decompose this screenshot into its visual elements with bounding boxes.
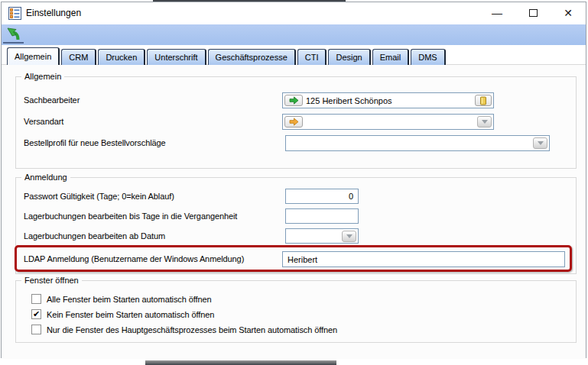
green-jump-back-arrow-icon <box>6 27 21 41</box>
alle-fenster-checkbox[interactable] <box>31 294 41 304</box>
dropdown-icon <box>482 120 488 124</box>
window-title: Einstellungen <box>26 8 81 18</box>
alle-fenster-label: Alle Fenster beim Starten automatisch öf… <box>47 295 212 304</box>
minimize-icon: — <box>492 7 502 19</box>
background-window-sliver-bottom <box>145 360 336 365</box>
lagerbuchungen-tage-label: Lagerbuchungen bearbeiten bis Tage in di… <box>24 212 237 221</box>
ldap-anmeldung-field[interactable]: Heribert <box>282 251 565 267</box>
sachbearbeiter-value[interactable]: 125 Heribert Schönpos <box>303 96 475 105</box>
tab-drucken[interactable]: Drucken <box>98 49 145 65</box>
maximize-button[interactable] <box>519 4 547 22</box>
tab-unterschrift[interactable]: Unterschrift <box>147 49 206 65</box>
tab-cti[interactable]: CTI <box>297 49 327 65</box>
datum-dropdown-button[interactable] <box>342 231 356 242</box>
tab-dms[interactable]: DMS <box>411 49 445 65</box>
bestellprofil-label: Bestellprofil für neue Bestellvorschläge <box>24 138 166 147</box>
sachbearbeiter-field[interactable]: 125 Heribert Schönpos <box>282 92 494 108</box>
checkbox-row-alle-fenster: Alle Fenster beim Starten automatisch öf… <box>31 294 212 304</box>
group-anmeldung-title: Anmeldung <box>21 173 70 182</box>
versandart-label: Versandart <box>24 117 63 126</box>
lagerbuchungen-datum-field[interactable] <box>285 228 359 244</box>
lagerbuchungen-datum-label: Lagerbuchungen bearbeiten ab Datum <box>24 231 165 241</box>
kein-fenster-checkbox[interactable]: ✔ <box>31 309 41 319</box>
passwort-gueltigkeit-value[interactable]: 0 <box>288 192 356 201</box>
jump-back-button[interactable] <box>3 26 24 44</box>
settings-dialog: Einstellungen — ✕ Allgemein CRM Drucken … <box>1 2 586 358</box>
tab-strip: Allgemein CRM Drucken Unterschrift Gesch… <box>2 47 586 65</box>
nur-hauptprozess-label: Nur die Fenster des Hauptgeschäftsprozes… <box>47 325 337 334</box>
passwort-gueltigkeit-label: Passwort Gültigkeit (Tage; 0=kein Ablauf… <box>24 192 174 201</box>
tab-crm[interactable]: CRM <box>61 49 96 65</box>
group-fenster-title: Fenster öffnen <box>21 276 82 285</box>
nur-hauptprozess-checkbox[interactable] <box>31 325 41 334</box>
sachbearbeiter-lookup-button[interactable] <box>284 95 303 106</box>
tab-design[interactable]: Design <box>328 49 370 65</box>
ldap-anmeldung-label: LDAP Anmeldung (Benutzername der Windows… <box>24 254 244 263</box>
bestellprofil-dropdown-button[interactable] <box>533 137 547 149</box>
folder-icon <box>479 96 488 105</box>
ldap-anmeldung-value[interactable]: Heribert <box>284 255 563 264</box>
sachbearbeiter-open-button[interactable] <box>475 95 492 106</box>
title-bar: Einstellungen — ✕ <box>2 2 586 24</box>
lagerbuchungen-tage-field[interactable] <box>285 208 359 224</box>
versandart-dropdown-button[interactable] <box>477 116 492 128</box>
checkbox-row-kein-fenster: ✔ Kein Fenster beim Starten automatisch … <box>31 309 214 319</box>
close-icon: ✕ <box>564 7 573 19</box>
tab-allgemein[interactable]: Allgemein <box>7 47 60 65</box>
settings-list-icon <box>8 7 21 20</box>
green-arrow-icon <box>289 96 299 105</box>
dropdown-icon <box>346 234 352 238</box>
bestellprofil-field[interactable] <box>285 135 550 151</box>
checkbox-row-nur-hauptprozess: Nur die Fenster des Hauptgeschäftsprozes… <box>31 325 337 334</box>
passwort-gueltigkeit-field[interactable]: 0 <box>285 189 359 204</box>
sachbearbeiter-label: Sachbearbeiter <box>24 95 80 105</box>
orange-arrow-icon <box>289 118 299 126</box>
group-allgemein-title: Allgemein <box>21 72 64 81</box>
versandart-field[interactable] <box>282 114 494 130</box>
dropdown-icon <box>538 141 544 145</box>
toolbar <box>2 24 586 45</box>
checkmark-icon: ✔ <box>33 310 40 318</box>
versandart-lookup-button[interactable] <box>284 116 303 128</box>
close-button[interactable]: ✕ <box>554 4 582 22</box>
minimize-button[interactable]: — <box>483 4 511 22</box>
kein-fenster-label: Kein Fenster beim Starten automatisch öf… <box>47 310 214 319</box>
maximize-icon <box>529 9 538 17</box>
tab-geschaeftsprozesse[interactable]: Geschäftsprozesse <box>208 49 296 65</box>
tab-email[interactable]: Email <box>372 49 410 65</box>
